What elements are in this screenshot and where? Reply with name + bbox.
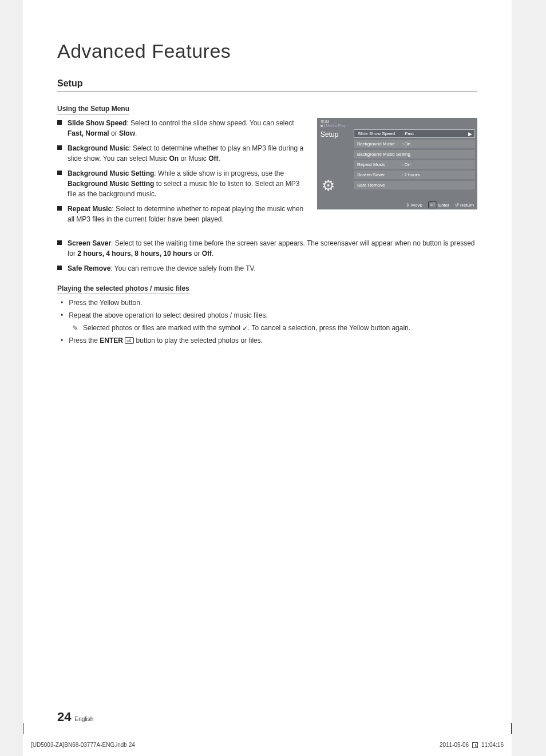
bullet-screen-saver: Screen Saver: Select to set the waiting … xyxy=(57,238,477,259)
step-press-yellow: Press the Yellow button. xyxy=(57,298,477,308)
print-file-name: [UD5003-ZA]BN68-03777A-ENG.indb 24 xyxy=(31,742,135,748)
return-icon: ↺ xyxy=(455,203,459,208)
osd-footer: ⇳ Move Enter ↺ Return xyxy=(406,201,474,208)
setup-osd-screenshot: SUM ■Media Play Setup ⚙ Slide Show Speed… xyxy=(317,118,477,209)
clock-icon xyxy=(472,742,478,748)
updown-icon: ⇳ xyxy=(406,203,410,208)
osd-row-background-music: Background Music: On xyxy=(354,140,475,148)
page-footer: 24 English xyxy=(57,710,93,725)
osd-rows: Slide Show Speed: Fast▶ Background Music… xyxy=(354,128,477,197)
page-number: 24 xyxy=(57,710,71,725)
osd-row-safe-remove: Safe Remove xyxy=(354,181,475,189)
osd-side-label: Setup ⚙ xyxy=(317,128,354,197)
playing-steps-list: Press the Yellow button. Repeat the abov… xyxy=(57,298,477,320)
note-icon: ✎ xyxy=(72,323,78,334)
print-date: 2011-05-06 xyxy=(440,742,469,748)
playing-steps-list-2: Press the ENTER button to play the selec… xyxy=(57,335,477,346)
gear-icon: ⚙ xyxy=(322,177,335,195)
manual-page: Advanced Features Setup Using the Setup … xyxy=(23,0,512,756)
setup-bullet-list-continued: Screen Saver: Select to set the waiting … xyxy=(57,238,477,274)
enter-icon xyxy=(125,337,134,344)
osd-row-repeat-music: Repeat Music: On xyxy=(354,160,475,169)
bullet-slide-show-speed: Slide Show Speed: Select to control the … xyxy=(57,118,306,138)
osd-row-screen-saver: Screen Saver: 2 hours xyxy=(354,171,475,179)
subheading-playing-selected: Playing the selected photos / music file… xyxy=(57,284,189,294)
enter-icon xyxy=(428,201,437,208)
bullet-background-music: Background Music: Select to determine wh… xyxy=(57,143,306,164)
setup-bullet-list: Slide Show Speed: Select to control the … xyxy=(57,118,306,224)
step-repeat: Repeat the above operation to select des… xyxy=(57,310,477,320)
bullet-safe-remove: Safe Remove: You can remove the device s… xyxy=(57,263,477,274)
subheading-using-setup-menu: Using the Setup Menu xyxy=(57,105,129,114)
page-title: Advanced Features xyxy=(57,40,477,62)
print-time: 11:04:16 xyxy=(481,742,504,748)
note-selected-marked: ✎ Selected photos or files are marked wi… xyxy=(72,323,477,334)
page-language: English xyxy=(74,716,93,722)
triangle-right-icon: ▶ xyxy=(468,131,472,137)
osd-row-background-music-setting: Background Music Setting xyxy=(354,150,475,159)
print-footer: [UD5003-ZA]BN68-03777A-ENG.indb 24 2011-… xyxy=(23,742,512,748)
osd-row-slide-show-speed: Slide Show Speed: Fast▶ xyxy=(354,129,475,138)
checkmark-icon: ✓ xyxy=(242,323,248,334)
osd-header: SUM ■Media Play xyxy=(317,118,477,128)
bullet-background-music-setting: Background Music Setting: While a slide … xyxy=(57,168,306,199)
step-press-enter: Press the ENTER button to play the selec… xyxy=(57,335,477,346)
section-title: Setup xyxy=(57,78,477,92)
bullet-repeat-music: Repeat Music: Select to determine whethe… xyxy=(57,204,306,224)
